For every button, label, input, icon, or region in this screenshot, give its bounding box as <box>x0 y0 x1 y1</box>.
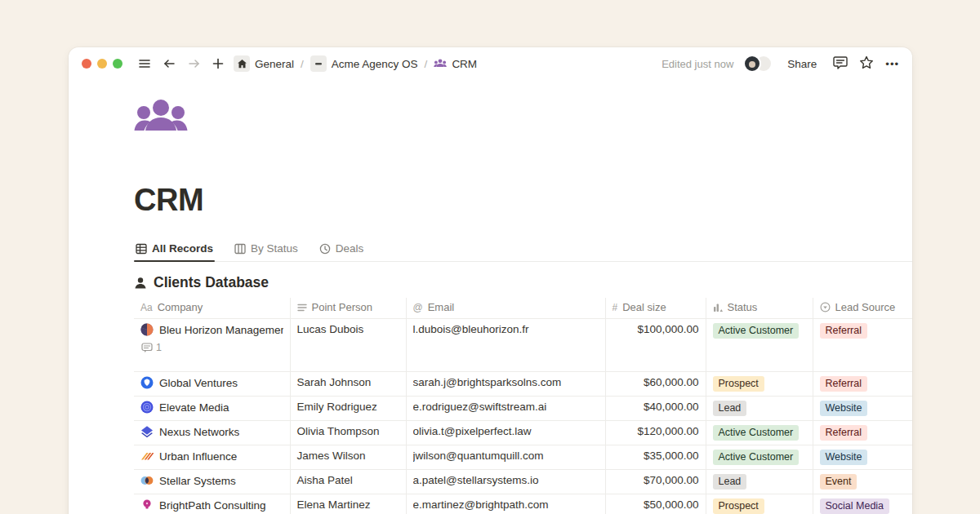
window-topbar: General / Acme Agency OS / CRM Edited ju… <box>69 47 912 80</box>
deal-size-cell[interactable]: $60,000.00 <box>605 372 706 397</box>
traffic-lights <box>82 59 122 69</box>
tab-all-records[interactable]: All Records <box>134 239 215 261</box>
company-cell[interactable]: Global Ventures <box>134 372 290 397</box>
deal-size-cell[interactable]: $35,000.00 <box>605 445 706 470</box>
share-button[interactable]: Share <box>784 56 820 72</box>
point-person-cell[interactable]: James Wilson <box>290 445 406 470</box>
breadcrumb-item-workspace[interactable]: Acme Agency OS <box>332 58 418 70</box>
column-header-lead-source[interactable]: Lead Source <box>813 298 912 319</box>
deal-size-cell[interactable]: $50,000.00 <box>605 494 706 514</box>
company-cell[interactable]: Bleu Horizon Management 1 <box>134 319 290 372</box>
company-cell[interactable]: BrightPath Consulting <box>134 494 290 514</box>
at-icon: @ <box>413 302 423 313</box>
favorite-star-icon[interactable] <box>859 55 874 72</box>
email-cell[interactable]: sarah.j@brightsparksolns.com <box>406 372 605 397</box>
notion-window: General / Acme Agency OS / CRM Edited ju… <box>69 47 912 514</box>
email-link[interactable]: jwilson@quantumquill.com <box>413 450 599 462</box>
company-link[interactable]: Nexus Networks <box>159 426 239 438</box>
point-person-cell[interactable]: Lucas Dubois <box>290 319 406 372</box>
deal-size-cell[interactable]: $120,000.00 <box>605 421 706 445</box>
status-cell[interactable]: Active Customer <box>706 319 813 372</box>
status-cell[interactable]: Active Customer <box>706 421 813 445</box>
column-header-deal-size[interactable]: # Deal size <box>605 298 706 319</box>
lead-source-cell[interactable]: Website <box>813 445 912 470</box>
tab-by-status[interactable]: By Status <box>233 239 300 261</box>
company-link[interactable]: Global Ventures <box>159 377 238 389</box>
column-header-status[interactable]: Status <box>706 298 813 319</box>
point-person-cell[interactable]: Elena Martinez <box>290 494 406 514</box>
comment-count[interactable]: 1 <box>141 342 283 353</box>
email-link[interactable]: olivia.t@pixelperfect.law <box>413 425 599 437</box>
people-group-icon[interactable] <box>134 98 188 139</box>
email-link[interactable]: a.patel@stellarsystems.io <box>413 474 599 486</box>
status-cell[interactable]: Prospect <box>706 372 813 397</box>
column-header-point-person[interactable]: Point Person <box>290 298 406 319</box>
column-header-email[interactable]: @ Email <box>406 298 605 319</box>
breadcrumb-workspace-item[interactable] <box>310 55 327 72</box>
forward-button[interactable] <box>185 55 203 73</box>
minimize-window-button[interactable] <box>97 59 107 69</box>
deal-size-cell[interactable]: $40,000.00 <box>605 397 706 421</box>
email-cell[interactable]: a.patel@stellarsystems.io <box>406 470 605 494</box>
deal-size-cell[interactable]: $70,000.00 <box>605 470 706 494</box>
company-link[interactable]: BrightPath Consulting <box>159 499 266 512</box>
zoom-window-button[interactable] <box>113 59 122 69</box>
table-header-row: Aa Company Point Person @ Email # Deal s… <box>134 298 912 319</box>
lead-source-cell[interactable]: Referral <box>813 319 912 372</box>
company-cell[interactable]: Nexus Networks <box>134 421 290 445</box>
sidebar-toggle-icon[interactable] <box>136 55 154 73</box>
company-cell[interactable]: Urban Influence <box>134 445 290 470</box>
company-link[interactable]: Urban Influence <box>159 450 237 463</box>
email-cell[interactable]: e.martinez@brightpath.com <box>406 494 605 514</box>
breadcrumb-item-general[interactable]: General <box>255 58 294 70</box>
status-icon <box>713 303 723 312</box>
status-badge: Prospect <box>713 376 764 392</box>
lead-source-cell[interactable]: Referral <box>813 372 912 397</box>
company-cell[interactable]: Stellar Systems <box>134 470 290 494</box>
email-link[interactable]: l.dubois@bleuhorizon.fr <box>413 323 599 335</box>
number-icon: # <box>612 302 618 313</box>
point-person-cell[interactable]: Emily Rodriguez <box>290 397 406 421</box>
lead-source-badge: Event <box>820 474 858 490</box>
home-icon <box>237 59 247 69</box>
pie-icon <box>140 323 154 336</box>
point-person-cell[interactable]: Aisha Patel <box>290 470 406 494</box>
email-link[interactable]: sarah.j@brightsparksolns.com <box>413 376 599 388</box>
table-icon <box>136 243 147 255</box>
company-cell[interactable]: Elevate Media <box>134 397 290 421</box>
point-person-cell[interactable]: Sarah Johnson <box>290 372 406 397</box>
more-options-icon[interactable]: ••• <box>885 58 899 70</box>
tab-deals[interactable]: Deals <box>318 239 366 261</box>
lead-source-cell[interactable]: Social Media <box>813 494 912 514</box>
clock-icon <box>319 243 331 255</box>
point-person-cell[interactable]: Olivia Thompson <box>290 421 406 445</box>
comments-icon[interactable] <box>833 55 848 72</box>
email-cell[interactable]: olivia.t@pixelperfect.law <box>406 421 605 445</box>
column-header-company[interactable]: Aa Company <box>134 298 290 319</box>
status-cell[interactable]: Active Customer <box>706 445 813 470</box>
email-cell[interactable]: l.dubois@bleuhorizon.fr <box>406 319 605 372</box>
breadcrumb-item-page[interactable]: CRM <box>452 58 477 70</box>
email-link[interactable]: e.rodriguez@swiftstream.ai <box>413 401 599 413</box>
company-link[interactable]: Stellar Systems <box>159 475 236 487</box>
status-cell[interactable]: Prospect <box>706 494 813 514</box>
breadcrumb-separator: / <box>301 58 304 70</box>
email-link[interactable]: e.martinez@brightpath.com <box>413 498 599 511</box>
new-page-button[interactable] <box>209 55 227 73</box>
breadcrumb: General / Acme Agency OS / CRM <box>234 55 477 72</box>
lead-source-cell[interactable]: Referral <box>813 421 912 445</box>
breadcrumb-home-item[interactable] <box>234 55 250 72</box>
lead-source-badge: Website <box>820 450 868 465</box>
status-cell[interactable]: Lead <box>706 397 813 421</box>
status-cell[interactable]: Lead <box>706 470 813 494</box>
company-link[interactable]: Elevate Media <box>159 401 229 414</box>
lead-source-cell[interactable]: Event <box>813 470 912 494</box>
back-button[interactable] <box>160 55 178 73</box>
page-title[interactable]: CRM <box>134 183 912 218</box>
close-window-button[interactable] <box>82 59 91 69</box>
deal-size-cell[interactable]: $100,000.00 <box>605 319 706 372</box>
email-cell[interactable]: e.rodriguez@swiftstream.ai <box>406 397 605 421</box>
lead-source-cell[interactable]: Website <box>813 397 912 421</box>
company-link[interactable]: Bleu Horizon Management <box>159 324 283 336</box>
email-cell[interactable]: jwilson@quantumquill.com <box>406 445 605 470</box>
